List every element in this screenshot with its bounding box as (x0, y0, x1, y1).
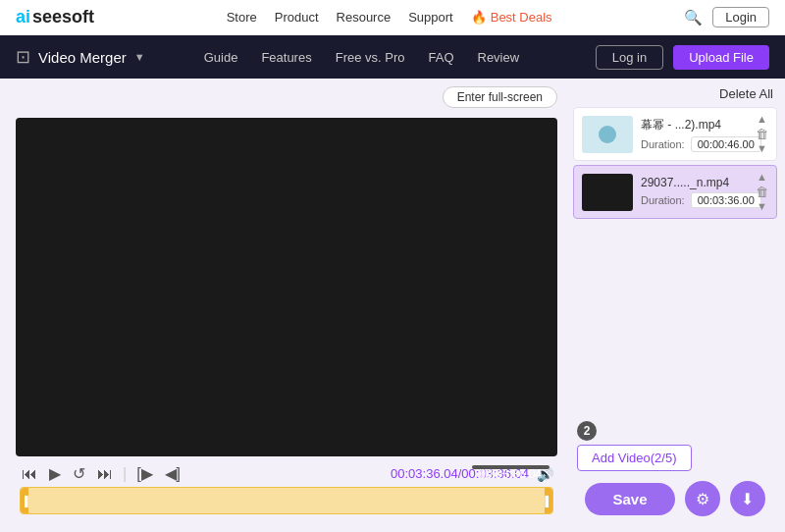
step-badge: 2 (577, 421, 597, 441)
move-up-button-1[interactable]: ▲ (757, 114, 767, 125)
app-bar-nav: Guide Features Free vs. Pro FAQ Review (204, 50, 519, 65)
delete-item-2-button[interactable]: 🗑 (756, 185, 768, 199)
duration-value-2: 00:03:36.00 (691, 192, 761, 208)
in-point-button[interactable]: [▶ (134, 462, 154, 485)
video-duration-row-1: Duration: 00:00:46.00 (641, 136, 748, 152)
download-icon: ⬇ (741, 490, 754, 508)
delete-all-row: Delete All (573, 86, 773, 101)
add-video-area: 2 Add Video(2/5) (573, 421, 777, 471)
video-item-1: 幕幂 - ...2).mp4 Duration: 00:00:46.00 ▲ 🗑… (573, 107, 777, 161)
download-button[interactable]: ⬇ (730, 481, 765, 516)
save-button[interactable]: Save (585, 483, 674, 515)
app-bar-right: Log in Upload File (596, 45, 769, 70)
main-content: Enter full-screen ⏮ ▶ ↺ ⏭ | [▶ ◀] 00:03:… (0, 79, 785, 532)
video-thumb-1 (582, 116, 633, 153)
skip-forward-button[interactable]: ⏭ (95, 463, 115, 485)
video-duration-row-2: Duration: 00:03:36.00 (641, 192, 748, 208)
left-panel: Enter full-screen ⏮ ▶ ↺ ⏭ | [▶ ◀] 00:03:… (0, 79, 569, 532)
progress-bar[interactable]: ▐ ▌ (20, 487, 553, 514)
logo: aiseesoft (16, 7, 94, 27)
nav-support[interactable]: Support (408, 10, 453, 25)
right-panel: Delete All 幕幂 - ...2).mp4 Duration: 00:0… (569, 79, 785, 532)
gear-icon: ⚙ (696, 490, 709, 508)
time-current: 00:03:36.04 (391, 466, 458, 481)
duration-label-1: Duration: (641, 138, 685, 150)
separator: | (123, 465, 127, 483)
add-video-button[interactable]: Add Video(2/5) (577, 445, 692, 471)
play-button[interactable]: ▶ (47, 462, 63, 485)
top-nav-links: Store Product Resource Support 🔥 Best De… (227, 10, 552, 25)
duration-label-2: Duration: (641, 194, 685, 206)
move-down-button-2[interactable]: ▼ (757, 201, 767, 212)
time-tooltip: 00:03:36.04 (472, 465, 550, 469)
video-name-1: 幕幂 - ...2).mp4 (641, 117, 748, 133)
out-point-button[interactable]: ◀] (163, 462, 183, 485)
logo-ai: ai (16, 7, 30, 27)
app-icon: ⊡ (16, 46, 30, 68)
nav-faq[interactable]: FAQ (428, 50, 453, 65)
loop-button[interactable]: ↺ (71, 462, 87, 485)
nav-guide[interactable]: Guide (204, 50, 238, 65)
video-list: 幕幂 - ...2).mp4 Duration: 00:00:46.00 ▲ 🗑… (573, 107, 777, 413)
video-thumb-2 (582, 174, 633, 211)
controls-bar: ⏮ ▶ ↺ ⏭ | [▶ ◀] 00:03:36.04/00:03:36.04 … (16, 456, 557, 487)
duration-value-1: 00:00:46.00 (691, 136, 761, 152)
search-button[interactable]: 🔍 (684, 9, 703, 27)
item-actions-1: ▲ 🗑 ▼ (756, 114, 768, 154)
progress-handle-left[interactable]: ▐ (21, 488, 28, 513)
best-deals-label: Best Deals (491, 10, 552, 25)
video-player (16, 118, 557, 456)
bottom-bar: Save ⚙ ⬇ (573, 471, 777, 524)
dropdown-arrow-icon[interactable]: ▼ (134, 51, 145, 63)
nav-resource[interactable]: Resource (337, 10, 392, 25)
thumb-circle (599, 126, 616, 143)
upload-file-button[interactable]: Upload File (673, 45, 769, 70)
nav-store[interactable]: Store (227, 10, 257, 25)
top-nav: aiseesoft Store Product Resource Support… (0, 0, 785, 35)
nav-review[interactable]: Review (478, 50, 520, 65)
delete-all-button[interactable]: Delete All (719, 86, 773, 101)
move-up-button-2[interactable]: ▲ (757, 172, 767, 183)
login-button-top[interactable]: Login (712, 7, 769, 27)
fullscreen-button[interactable]: Enter full-screen (443, 86, 557, 108)
logo-rest: seesoft (32, 7, 94, 27)
progress-handle-right[interactable]: ▌ (545, 488, 552, 513)
delete-item-1-button[interactable]: 🗑 (756, 127, 768, 141)
video-info-2: 29037....._n.mp4 Duration: 00:03:36.00 (641, 176, 748, 208)
fire-icon: 🔥 (471, 10, 487, 25)
app-bar-left: ⊡ Video Merger ▼ (16, 46, 145, 68)
progress-area: 00:03:36.04 ▐ ▌ (16, 487, 557, 522)
nav-product[interactable]: Product (275, 10, 319, 25)
app-title: Video Merger (38, 49, 127, 66)
login-button-app[interactable]: Log in (596, 45, 663, 70)
nav-features[interactable]: Features (261, 50, 311, 65)
app-bar: ⊡ Video Merger ▼ Guide Features Free vs.… (0, 35, 785, 79)
video-name-2: 29037....._n.mp4 (641, 176, 748, 189)
item-actions-2: ▲ 🗑 ▼ (756, 172, 768, 212)
settings-button[interactable]: ⚙ (685, 481, 720, 516)
video-info-1: 幕幂 - ...2).mp4 Duration: 00:00:46.00 (641, 117, 748, 152)
move-down-button-1[interactable]: ▼ (757, 143, 767, 154)
nav-free-vs-pro[interactable]: Free vs. Pro (336, 50, 405, 65)
video-item-2: 29037....._n.mp4 Duration: 00:03:36.00 ▲… (573, 165, 777, 219)
skip-back-button[interactable]: ⏮ (20, 463, 39, 485)
best-deals[interactable]: 🔥 Best Deals (471, 10, 552, 25)
top-nav-right: 🔍 Login (684, 7, 769, 27)
